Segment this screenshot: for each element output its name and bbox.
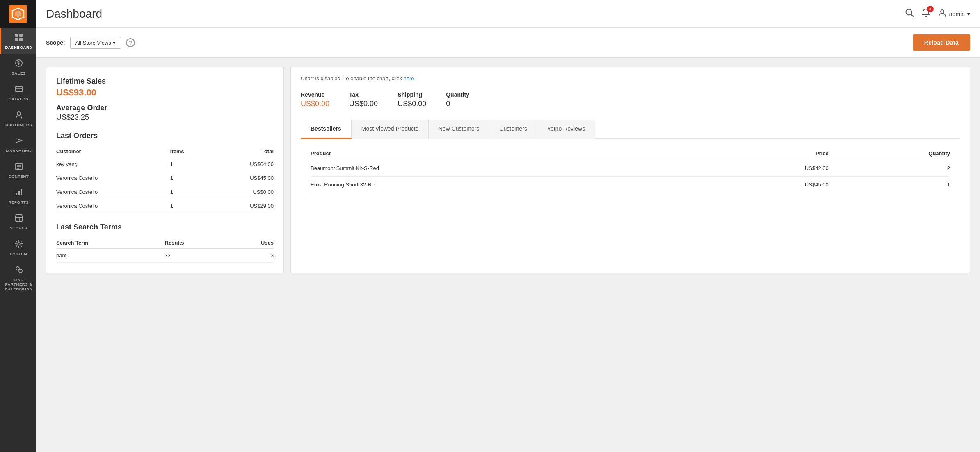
- marketing-icon: [14, 136, 23, 146]
- svg-rect-20: [16, 193, 17, 195]
- sidebar-logo: [0, 0, 36, 28]
- system-icon: [14, 239, 23, 250]
- average-order-section: Average Order US$23.25: [56, 104, 274, 122]
- order-total: US$64.00: [208, 157, 274, 171]
- average-order-value: US$23.25: [56, 113, 274, 122]
- last-orders-title: Last Orders: [56, 132, 274, 140]
- product-quantity: 1: [829, 177, 950, 193]
- chart-enable-link[interactable]: here: [404, 75, 414, 82]
- svg-rect-6: [15, 38, 18, 41]
- sidebar-item-catalog[interactable]: CATALOG: [0, 79, 36, 105]
- scope-value: All Store Views: [75, 40, 111, 46]
- tab-most-viewed[interactable]: Most Viewed Products: [352, 120, 429, 139]
- search-col-term: Search Term: [56, 237, 165, 249]
- svg-rect-22: [21, 189, 22, 195]
- prod-col-product: Product: [311, 147, 695, 160]
- topbar: Dashboard 3: [36, 0, 980, 28]
- sidebar-item-stores[interactable]: STORES: [0, 209, 36, 234]
- rev-label: Shipping: [397, 91, 426, 98]
- rev-value: 0: [446, 100, 469, 108]
- order-items: 1: [170, 171, 208, 185]
- sidebar-item-system[interactable]: SYSTEM: [0, 234, 36, 260]
- product-name: Beaumont Summit Kit-S-Red: [311, 160, 695, 177]
- search-icon[interactable]: [905, 8, 914, 19]
- scope-dropdown[interactable]: All Store Views ▾: [70, 37, 121, 49]
- sidebar-item-marketing[interactable]: MARKETING: [0, 131, 36, 157]
- sidebar-item-sales[interactable]: $ SALES: [0, 54, 36, 79]
- tab-customers[interactable]: Customers: [489, 120, 537, 139]
- sidebar-label-marketing: MARKETING: [6, 148, 31, 153]
- table-row: Veronica Costello 1 US$29.00: [56, 199, 274, 213]
- order-total: US$29.00: [208, 199, 274, 213]
- page-title: Dashboard: [46, 7, 905, 20]
- help-icon[interactable]: ?: [126, 38, 135, 47]
- product-price: US$42.00: [695, 160, 829, 177]
- rev-stat-revenue: Revenue US$0.00: [301, 91, 329, 108]
- sidebar-label-dashboard: DASHBOARD: [5, 45, 32, 50]
- bestsellers-table: Product Price Quantity Beaumont Summit K…: [311, 147, 950, 193]
- svg-rect-7: [19, 38, 23, 41]
- notifications-icon[interactable]: 3: [921, 8, 930, 19]
- dashboard-body: Lifetime Sales US$93.00 Average Order US…: [36, 59, 980, 281]
- sidebar-item-content[interactable]: CONTENT: [0, 157, 36, 183]
- tab-yotpo[interactable]: Yotpo Reviews: [537, 120, 595, 139]
- sidebar-item-customers[interactable]: CUSTOMERS: [0, 105, 36, 131]
- sidebar-item-reports[interactable]: REPORTS: [0, 183, 36, 209]
- table-row: Veronica Costello 1 US$0.00: [56, 185, 274, 199]
- sales-icon: $: [14, 59, 23, 69]
- order-total: US$0.00: [208, 185, 274, 199]
- reports-icon: [14, 188, 23, 198]
- svg-point-32: [941, 10, 944, 13]
- order-customer: Veronica Costello: [56, 199, 170, 213]
- dashboard-icon: [14, 33, 23, 43]
- svg-rect-5: [19, 34, 23, 37]
- customers-icon: [14, 110, 23, 120]
- sidebar-item-find-partners[interactable]: FIND PARTNERS & EXTENSIONS: [0, 260, 36, 295]
- tab-bestsellers[interactable]: Bestsellers: [301, 120, 352, 139]
- scope-bar: Scope: All Store Views ▾ ? Reload Data: [36, 28, 980, 58]
- svg-rect-10: [16, 86, 22, 92]
- order-customer: Veronica Costello: [56, 185, 170, 199]
- notification-badge: 3: [927, 6, 934, 12]
- order-items: 1: [170, 185, 208, 199]
- content-icon: [14, 162, 23, 172]
- table-row: Beaumont Summit Kit-S-Red US$42.00 2: [311, 160, 950, 177]
- orders-col-customer: Customer: [56, 146, 170, 157]
- rev-label: Revenue: [301, 91, 329, 98]
- topbar-actions: 3 admin ▾: [905, 8, 970, 19]
- search-uses: 3: [230, 249, 274, 263]
- admin-dropdown-icon: ▾: [967, 11, 970, 17]
- chart-disabled-message: Chart is disabled. To enable the chart, …: [301, 75, 960, 82]
- svg-line-31: [911, 14, 913, 16]
- sidebar-item-dashboard[interactable]: DASHBOARD: [0, 28, 36, 54]
- revenue-stats: Revenue US$0.00 Tax US$0.00 Shipping US$…: [301, 91, 960, 108]
- rev-value: US$0.00: [301, 100, 329, 108]
- table-row: Veronica Costello 1 US$45.00: [56, 171, 274, 185]
- search-col-uses: Uses: [230, 237, 274, 249]
- orders-col-total: Total: [208, 146, 274, 157]
- rev-label: Quantity: [446, 91, 469, 98]
- table-row: key yang 1 US$64.00: [56, 157, 274, 171]
- right-stats-panel: Chart is disabled. To enable the chart, …: [290, 67, 970, 273]
- table-row: Erika Running Short-32-Red US$45.00 1: [311, 177, 950, 193]
- table-row: pant 32 3: [56, 249, 274, 263]
- rev-stat-quantity: Quantity 0: [446, 91, 469, 108]
- svg-marker-15: [16, 139, 22, 143]
- reload-data-button[interactable]: Reload Data: [913, 34, 970, 51]
- order-items: 1: [170, 199, 208, 213]
- find-partners-icon: [14, 265, 23, 275]
- tab-new-customers[interactable]: New Customers: [429, 120, 490, 139]
- product-price: US$45.00: [695, 177, 829, 193]
- scope-dropdown-icon: ▾: [113, 40, 116, 46]
- tabs-header: BestsellersMost Viewed ProductsNew Custo…: [301, 120, 960, 139]
- sidebar-label-reports: REPORTS: [9, 200, 29, 204]
- admin-user-menu[interactable]: admin ▾: [938, 8, 970, 19]
- admin-label: admin: [949, 11, 965, 17]
- rev-value: US$0.00: [349, 100, 378, 108]
- main-area: Dashboard 3: [36, 0, 980, 452]
- svg-rect-21: [18, 191, 20, 195]
- catalog-icon: [14, 84, 23, 95]
- left-stats-panel: Lifetime Sales US$93.00 Average Order US…: [46, 67, 284, 273]
- orders-col-items: Items: [170, 146, 208, 157]
- average-order-title: Average Order: [56, 104, 274, 112]
